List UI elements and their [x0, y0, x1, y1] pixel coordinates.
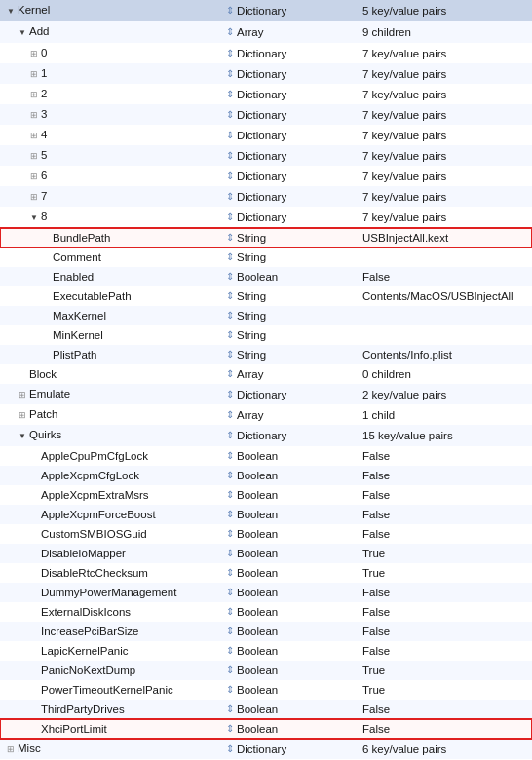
type-label: String: [237, 286, 266, 306]
type-cell: ⇕String: [224, 306, 361, 325]
table-row[interactable]: ▼Add⇕Array9 children: [0, 21, 532, 43]
type-label: Boolean: [237, 700, 278, 719]
expander-icon[interactable]: ▼: [4, 2, 18, 21]
table-row[interactable]: ⊞3⇕Dictionary7 key/value pairs: [0, 104, 532, 125]
key-cell: ⊞1: [0, 63, 224, 84]
type-label: Boolean: [237, 544, 278, 563]
key-label: 3: [41, 108, 47, 120]
key-cell: ▼Quirks: [0, 425, 224, 446]
value-cell: [361, 247, 532, 267]
table-row[interactable]: PanicNoKextDump⇕BooleanTrue: [0, 661, 532, 680]
key-label: ExecutablePath: [53, 290, 132, 302]
key-label: XhciPortLimit: [41, 723, 107, 735]
key-label: AppleXcpmForceBoost: [41, 509, 156, 520]
table-row[interactable]: MaxKernel⇕String: [0, 306, 532, 325]
type-icon: ⇕: [226, 466, 234, 485]
table-row[interactable]: AppleCpuPmCfgLock⇕BooleanFalse: [0, 446, 532, 466]
table-row[interactable]: ⊞0⇕Dictionary7 key/value pairs: [0, 43, 532, 63]
type-label: Dictionary: [237, 385, 286, 404]
table-row[interactable]: DummyPowerManagement⇕BooleanFalse: [0, 583, 532, 602]
expander-icon[interactable]: ⊞: [27, 64, 41, 84]
table-row[interactable]: ⊞Misc⇕Dictionary6 key/value pairs: [0, 739, 532, 759]
type-cell: ⇕Boolean: [224, 466, 361, 485]
expander-icon[interactable]: ⊞: [27, 44, 41, 63]
type-label: String: [237, 325, 266, 345]
key-label: DisableIoMapper: [41, 548, 126, 559]
table-row[interactable]: BundlePath⇕StringUSBInjectAll.kext: [0, 228, 532, 247]
type-label: Dictionary: [237, 1, 286, 20]
type-label: Dictionary: [237, 126, 286, 145]
expander-icon[interactable]: ⊞: [16, 385, 29, 404]
type-label: String: [237, 228, 266, 247]
table-row[interactable]: XhciPortLimit⇕BooleanFalse: [0, 719, 532, 739]
table-row[interactable]: AppleXcpmCfgLock⇕BooleanFalse: [0, 466, 532, 485]
key-label: 5: [41, 149, 47, 161]
key-label: LapicKernelPanic: [41, 645, 129, 657]
expander-icon[interactable]: ⊞: [27, 167, 41, 186]
type-cell: ⇕Boolean: [224, 719, 361, 739]
expander-icon[interactable]: ▼: [16, 23, 29, 43]
key-cell: DummyPowerManagement: [0, 583, 224, 602]
table-row[interactable]: Enabled⇕BooleanFalse: [0, 267, 532, 286]
type-icon: ⇕: [226, 700, 234, 719]
type-cell: ⇕Dictionary: [224, 104, 361, 125]
table-row[interactable]: ⊞4⇕Dictionary7 key/value pairs: [0, 125, 532, 145]
table-row[interactable]: Comment⇕String: [0, 247, 532, 267]
key-cell: PowerTimeoutKernelPanic: [0, 680, 224, 700]
type-label: Boolean: [237, 622, 278, 641]
table-row[interactable]: PowerTimeoutKernelPanic⇕BooleanTrue: [0, 680, 532, 700]
table-row[interactable]: ▼Kernel⇕Dictionary5 key/value pairs: [0, 0, 532, 21]
value-cell: 1 child: [361, 404, 532, 425]
type-cell: ⇕Dictionary: [224, 166, 361, 186]
expander-icon[interactable]: ⊞: [27, 85, 41, 104]
expander-icon[interactable]: ⊞: [27, 105, 41, 125]
type-cell: ⇕Array: [224, 364, 361, 384]
type-label: Boolean: [237, 485, 278, 505]
expander-icon[interactable]: ⊞: [16, 405, 29, 425]
type-icon: ⇕: [226, 740, 234, 759]
expander-icon[interactable]: ⊞: [27, 126, 41, 145]
type-icon: ⇕: [226, 719, 234, 739]
key-label: 8: [41, 210, 47, 222]
table-row[interactable]: ExternalDiskIcons⇕BooleanFalse: [0, 602, 532, 622]
table-row[interactable]: ThirdPartyDrives⇕BooleanFalse: [0, 700, 532, 719]
type-cell: ⇕Array: [224, 21, 361, 43]
table-row[interactable]: MinKernel⇕String: [0, 325, 532, 345]
table-row[interactable]: AppleXcpmForceBoost⇕BooleanFalse: [0, 505, 532, 524]
table-row[interactable]: Block⇕Array0 children: [0, 364, 532, 384]
expander-icon[interactable]: ▼: [27, 209, 41, 228]
type-cell: ⇕Boolean: [224, 700, 361, 719]
table-row[interactable]: PlistPath⇕StringContents/Info.plist: [0, 345, 532, 364]
type-label: Boolean: [237, 680, 278, 700]
table-row[interactable]: ⊞7⇕Dictionary7 key/value pairs: [0, 186, 532, 207]
value-cell: False: [361, 622, 532, 641]
table-row[interactable]: ExecutablePath⇕StringContents/MacOS/USBI…: [0, 286, 532, 306]
type-cell: ⇕Dictionary: [224, 186, 361, 207]
type-icon: ⇕: [226, 563, 234, 583]
table-row[interactable]: CustomSMBIOSGuid⇕BooleanFalse: [0, 524, 532, 544]
table-row[interactable]: ⊞Emulate⇕Dictionary2 key/value pairs: [0, 384, 532, 404]
type-icon: ⇕: [226, 524, 234, 544]
type-label: Array: [237, 364, 263, 384]
table-row[interactable]: ▼Quirks⇕Dictionary15 key/value pairs: [0, 425, 532, 446]
expander-icon[interactable]: ⊞: [4, 740, 18, 759]
table-row[interactable]: ⊞2⇕Dictionary7 key/value pairs: [0, 84, 532, 104]
value-cell: 7 key/value pairs: [361, 63, 532, 84]
table-row[interactable]: AppleXcpmExtraMsrs⇕BooleanFalse: [0, 485, 532, 505]
expander-icon[interactable]: ⊞: [27, 146, 41, 166]
type-label: Dictionary: [237, 85, 286, 104]
table-row[interactable]: DisableRtcChecksum⇕BooleanTrue: [0, 563, 532, 583]
table-row[interactable]: ⊞Patch⇕Array1 child: [0, 404, 532, 425]
type-icon: ⇕: [226, 661, 234, 680]
table-row[interactable]: IncreasePciBarSize⇕BooleanFalse: [0, 622, 532, 641]
table-row[interactable]: ⊞6⇕Dictionary7 key/value pairs: [0, 166, 532, 186]
table-row[interactable]: LapicKernelPanic⇕BooleanFalse: [0, 641, 532, 661]
table-row[interactable]: ⊞1⇕Dictionary7 key/value pairs: [0, 63, 532, 84]
key-label: 2: [41, 88, 47, 99]
table-row[interactable]: DisableIoMapper⇕BooleanTrue: [0, 544, 532, 563]
expander-icon[interactable]: ⊞: [27, 187, 41, 207]
key-cell: DisableIoMapper: [0, 544, 224, 563]
table-row[interactable]: ⊞5⇕Dictionary7 key/value pairs: [0, 145, 532, 166]
table-row[interactable]: ▼8⇕Dictionary7 key/value pairs: [0, 207, 532, 228]
expander-icon[interactable]: ▼: [16, 427, 29, 446]
